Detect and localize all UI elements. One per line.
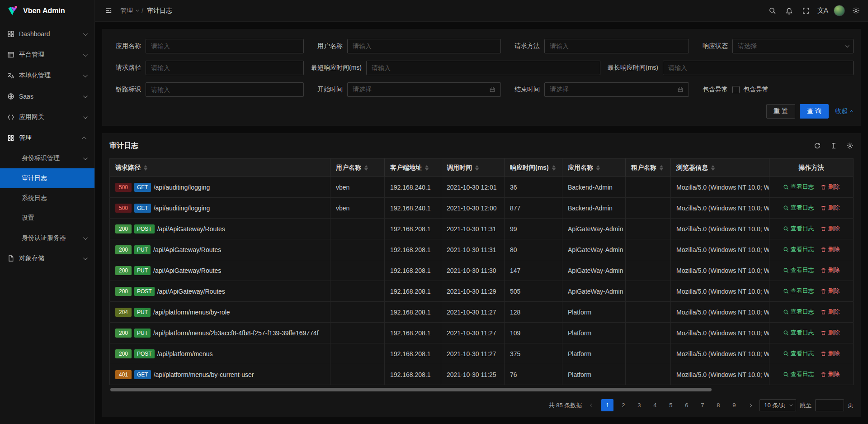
sort-icon[interactable] bbox=[660, 165, 663, 171]
scrollbar-thumb[interactable] bbox=[110, 388, 712, 391]
page-button[interactable]: 5 bbox=[665, 399, 677, 411]
view-log-button[interactable]: 查看日志 bbox=[783, 349, 814, 357]
page-button[interactable]: 6 bbox=[680, 399, 693, 411]
sidebar-item-gateway[interactable]: 应用网关 bbox=[0, 107, 94, 128]
user-avatar[interactable] bbox=[834, 5, 845, 16]
col-header-tenant-name[interactable]: 租户名称 bbox=[626, 159, 671, 177]
min-response-time-input[interactable] bbox=[366, 61, 600, 75]
col-header-browser[interactable]: 浏览器信息 bbox=[671, 159, 769, 177]
page-button[interactable]: 8 bbox=[712, 399, 724, 411]
sort-icon[interactable] bbox=[425, 165, 429, 171]
reset-button[interactable]: 重 置 bbox=[766, 104, 795, 119]
end-time-picker[interactable]: 请选择 bbox=[544, 82, 689, 97]
view-log-button[interactable]: 查看日志 bbox=[783, 308, 814, 316]
table-row[interactable]: 200PUT/api/ApiGateway/Routes 192.168.208… bbox=[110, 239, 854, 260]
delete-button[interactable]: 删除 bbox=[821, 204, 840, 212]
page-button[interactable]: 1 bbox=[601, 399, 613, 411]
view-log-button[interactable]: 查看日志 bbox=[783, 266, 814, 274]
sort-icon[interactable] bbox=[475, 165, 479, 171]
delete-button[interactable]: 删除 bbox=[821, 224, 840, 233]
delete-button[interactable]: 删除 bbox=[821, 308, 840, 316]
sort-icon[interactable] bbox=[552, 165, 556, 171]
start-time-picker[interactable]: 请选择 bbox=[347, 82, 501, 97]
table-row[interactable]: 200PUT/api/platform/menus/2b3accf8-4fb8-… bbox=[110, 323, 854, 343]
jump-page-input[interactable] bbox=[815, 399, 844, 411]
table-row[interactable]: 204PUT/api/platform/menus/by-role 192.16… bbox=[110, 302, 854, 323]
sort-icon[interactable] bbox=[144, 165, 147, 171]
table-row[interactable]: 200POST/api/ApiGateway/Routes 192.168.20… bbox=[110, 219, 854, 239]
search-button[interactable]: 查 询 bbox=[800, 104, 829, 119]
col-header-user-name[interactable]: 用户名称 bbox=[330, 159, 385, 177]
prev-page-button[interactable] bbox=[585, 399, 598, 411]
user-name-input[interactable] bbox=[347, 39, 501, 53]
table-row[interactable]: 500GET/api/auditing/logging vben 192.168… bbox=[110, 198, 854, 219]
delete-button[interactable]: 删除 bbox=[821, 183, 840, 191]
sort-icon[interactable] bbox=[364, 165, 368, 171]
menu-fold-icon[interactable] bbox=[101, 4, 116, 18]
sidebar-item-management[interactable]: 管理 bbox=[0, 128, 94, 148]
sidebar-item-settings[interactable]: 设置 bbox=[0, 208, 94, 228]
col-header-request-path[interactable]: 请求路径 bbox=[110, 159, 330, 177]
col-header-invoke-time[interactable]: 调用时间 bbox=[441, 159, 505, 177]
magnifier-icon bbox=[783, 205, 789, 211]
table-row[interactable]: 500GET/api/auditing/logging vben 192.168… bbox=[110, 177, 854, 198]
view-log-button[interactable]: 查看日志 bbox=[783, 183, 814, 191]
request-path-input[interactable] bbox=[146, 61, 304, 75]
col-header-client-ip[interactable]: 客户端地址 bbox=[385, 159, 441, 177]
view-log-button[interactable]: 查看日志 bbox=[783, 204, 814, 212]
row-height-icon[interactable] bbox=[830, 142, 837, 149]
tenant-cell bbox=[626, 364, 671, 385]
delete-button[interactable]: 删除 bbox=[821, 349, 840, 357]
locale-icon[interactable]: 文A bbox=[814, 0, 831, 22]
page-button[interactable]: 3 bbox=[633, 399, 645, 411]
delete-button[interactable]: 删除 bbox=[821, 287, 840, 295]
refresh-icon[interactable] bbox=[814, 142, 821, 149]
app-logo[interactable]: Vben Admin bbox=[0, 0, 94, 22]
view-log-button[interactable]: 查看日志 bbox=[783, 329, 814, 337]
search-icon[interactable] bbox=[764, 0, 781, 22]
delete-button[interactable]: 删除 bbox=[821, 245, 840, 253]
sidebar-item-audit-log[interactable]: 审计日志 bbox=[0, 168, 94, 188]
sidebar-item-identity-management[interactable]: 身份标识管理 bbox=[0, 148, 94, 168]
has-exception-checkbox[interactable] bbox=[732, 86, 740, 93]
view-log-button[interactable]: 查看日志 bbox=[783, 287, 814, 295]
view-log-button[interactable]: 查看日志 bbox=[783, 224, 814, 233]
sidebar-item-saas[interactable]: Saas bbox=[0, 86, 94, 107]
response-status-select[interactable]: 请选择 bbox=[732, 39, 854, 53]
view-log-button[interactable]: 查看日志 bbox=[783, 370, 814, 378]
page-size-select[interactable]: 10 条/页 bbox=[760, 399, 796, 411]
table-row[interactable]: 401GET/api/platform/menus/by-current-use… bbox=[110, 364, 854, 385]
page-button[interactable]: 4 bbox=[649, 399, 661, 411]
fullscreen-icon[interactable] bbox=[797, 0, 814, 22]
collapse-filter-link[interactable]: 收起 bbox=[835, 107, 854, 115]
sidebar-item-localization[interactable]: 本地化管理 bbox=[0, 65, 94, 86]
sidebar-item-identity-server[interactable]: 身份认证服务器 bbox=[0, 228, 94, 248]
page-button[interactable]: 2 bbox=[617, 399, 629, 411]
sidebar-item-dashboard[interactable]: Dashboard bbox=[0, 24, 94, 44]
max-response-time-input[interactable] bbox=[663, 61, 854, 75]
page-button[interactable]: 9 bbox=[728, 399, 740, 411]
col-header-app-name[interactable]: 应用名称 bbox=[562, 159, 626, 177]
sidebar-item-platform[interactable]: 平台管理 bbox=[0, 44, 94, 65]
sort-icon[interactable] bbox=[711, 165, 715, 171]
sidebar-item-object-storage[interactable]: 对象存储 bbox=[0, 248, 94, 269]
page-button[interactable]: 7 bbox=[696, 399, 708, 411]
delete-button[interactable]: 删除 bbox=[821, 329, 840, 337]
delete-button[interactable]: 删除 bbox=[821, 370, 840, 378]
sidebar-item-system-log[interactable]: 系统日志 bbox=[0, 188, 94, 208]
delete-button[interactable]: 删除 bbox=[821, 266, 840, 274]
trace-id-input[interactable] bbox=[146, 82, 304, 97]
table-row[interactable]: 200PUT/api/ApiGateway/Routes 192.168.208… bbox=[110, 260, 854, 281]
app-name-input[interactable] bbox=[146, 39, 304, 53]
http-method-input[interactable] bbox=[544, 39, 689, 53]
notification-bell-icon[interactable] bbox=[781, 0, 797, 22]
next-page-button[interactable] bbox=[744, 399, 756, 411]
table-row[interactable]: 200POST/api/ApiGateway/Routes 192.168.20… bbox=[110, 281, 854, 302]
settings-gear-icon[interactable] bbox=[848, 0, 864, 22]
breadcrumb-section[interactable]: 管理 bbox=[120, 7, 138, 15]
column-settings-icon[interactable] bbox=[846, 142, 854, 149]
sort-icon[interactable] bbox=[596, 165, 600, 171]
view-log-button[interactable]: 查看日志 bbox=[783, 245, 814, 253]
table-row[interactable]: 200POST/api/platform/menus 192.168.208.1… bbox=[110, 343, 854, 364]
col-header-response-time[interactable]: 响应时间(ms) bbox=[505, 159, 562, 177]
